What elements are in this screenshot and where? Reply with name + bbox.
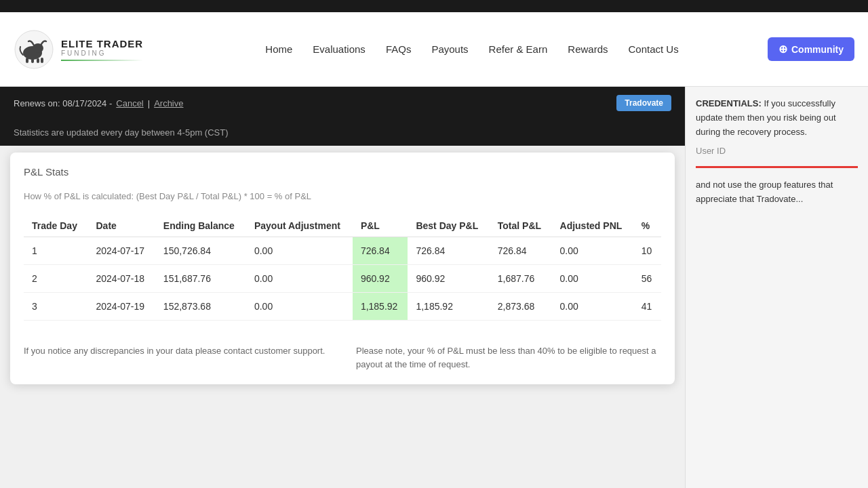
svg-rect-3 — [26, 58, 28, 63]
credentials-label: CREDENTIALS: — [696, 98, 762, 108]
nav-links: Home Evaluations FAQs Payouts Refer & Ea… — [176, 43, 768, 55]
pnl-modal: P&L Stats How % of P&L is calculated: (B… — [10, 152, 675, 384]
renews-separator: | — [148, 98, 150, 108]
cancel-link[interactable]: Cancel — [116, 98, 143, 108]
renews-bar: Renews on: 08/17/2024 - Cancel | Archive… — [0, 87, 685, 119]
table-cell: 151,687.76 — [155, 265, 246, 293]
stats-notice-text: Statistics are updated every day between… — [14, 127, 228, 138]
table-cell: 726.84 — [408, 237, 489, 265]
table-cell: 0.00 — [552, 293, 633, 321]
community-button[interactable]: ⊕ Community — [768, 37, 854, 61]
right-divider — [696, 166, 858, 168]
logo-icon — [14, 29, 54, 70]
table-cell: 2,873.68 — [490, 293, 552, 321]
logo-text-block: ELITE TRADER FUNDING — [61, 38, 143, 61]
nav-contact[interactable]: Contact Us — [629, 43, 679, 55]
tradovate-button[interactable]: Tradovate — [616, 95, 671, 111]
table-cell: 41 — [633, 293, 661, 321]
nav-payouts[interactable]: Payouts — [431, 43, 468, 55]
table-cell: 56 — [633, 265, 661, 293]
table-row: 22024-07-18151,687.760.00960.92960.921,6… — [24, 265, 661, 293]
pnl-footer-left: If you notice any discrepancies in your … — [24, 344, 329, 371]
svg-rect-5 — [37, 58, 39, 63]
main-content: Renews on: 08/17/2024 - Cancel | Archive… — [0, 87, 868, 488]
discord-icon: ⊕ — [778, 43, 787, 56]
table-cell: 2 — [24, 265, 87, 293]
pnl-formula: How % of P&L is calculated: (Best Day P&… — [24, 191, 661, 201]
pnl-cell-highlight: 726.84 — [353, 237, 408, 265]
nav-right: ⊕ Community — [768, 37, 854, 61]
table-cell: 960.92 — [408, 265, 489, 293]
table-cell: 2024-07-17 — [87, 237, 155, 265]
logo-divider — [61, 60, 143, 61]
table-cell: 3 — [24, 293, 87, 321]
stats-notice: Statistics are updated every day between… — [0, 119, 685, 146]
logo-subtitle: FUNDING — [61, 49, 143, 57]
table-cell: 0.00 — [552, 237, 633, 265]
col-adjusted-pnl: Adjusted PNL — [552, 215, 633, 237]
table-header-row: Trade Day Date Ending Balance Payout Adj… — [24, 215, 661, 237]
nav-evaluations[interactable]: Evaluations — [313, 43, 366, 55]
col-date: Date — [87, 215, 155, 237]
col-ending-balance: Ending Balance — [155, 215, 246, 237]
table-row: 32024-07-19152,873.680.001,185.921,185.9… — [24, 293, 661, 321]
col-payout-adjustment: Payout Adjustment — [246, 215, 353, 237]
pnl-footer-right: Please note, your % of P&L must be less … — [356, 344, 661, 371]
table-cell: 1 — [24, 237, 87, 265]
pnl-cell-highlight: 1,185.92 — [353, 293, 408, 321]
svg-rect-6 — [41, 58, 43, 63]
nav-rewards[interactable]: Rewards — [568, 43, 608, 55]
renews-left: Renews on: 08/17/2024 - Cancel | Archive — [14, 98, 184, 108]
community-label: Community — [791, 44, 844, 55]
table-cell: 2024-07-18 — [87, 265, 155, 293]
table-cell: 1,185.92 — [408, 293, 489, 321]
table-cell: 152,873.68 — [155, 293, 246, 321]
renews-text: Renews on: 08/17/2024 - — [14, 98, 112, 108]
col-pnl: P&L — [353, 215, 408, 237]
col-percent: % — [633, 215, 661, 237]
table-cell: 1,687.76 — [490, 265, 552, 293]
table-cell: 10 — [633, 237, 661, 265]
navbar: ELITE TRADER FUNDING Home Evaluations FA… — [0, 12, 868, 87]
archive-link[interactable]: Archive — [154, 98, 183, 108]
table-cell: 150,726.84 — [155, 237, 246, 265]
top-bar — [0, 0, 868, 12]
svg-rect-4 — [31, 58, 34, 63]
table-row: 12024-07-17150,726.840.00726.84726.84726… — [24, 237, 661, 265]
col-total-pnl: Total P&L — [490, 215, 552, 237]
pnl-cell-highlight: 960.92 — [353, 265, 408, 293]
right-panel: CREDENTIALS: If you successfully update … — [685, 87, 868, 488]
nav-refer[interactable]: Refer & Earn — [489, 43, 548, 55]
logo-title: ELITE TRADER — [61, 38, 143, 49]
user-id-label: User ID — [696, 146, 858, 156]
table-cell: 0.00 — [246, 265, 353, 293]
pnl-table: Trade Day Date Ending Balance Payout Adj… — [24, 215, 661, 321]
nav-faqs[interactable]: FAQs — [386, 43, 412, 55]
nav-home[interactable]: Home — [265, 43, 292, 55]
logo-area: ELITE TRADER FUNDING — [14, 29, 176, 70]
table-cell: 0.00 — [246, 293, 353, 321]
credentials-text: CREDENTIALS: If you successfully update … — [696, 97, 858, 139]
table-cell: 0.00 — [246, 237, 353, 265]
table-cell: 2024-07-19 — [87, 293, 155, 321]
pnl-title: P&L Stats — [24, 166, 661, 178]
right-bottom-text: and not use the group features that appr… — [696, 178, 858, 207]
col-trade-day: Trade Day — [24, 215, 87, 237]
table-cell: 726.84 — [490, 237, 552, 265]
pnl-footer: If you notice any discrepancies in your … — [24, 338, 661, 371]
table-cell: 0.00 — [552, 265, 633, 293]
col-best-day-pnl: Best Day P&L — [408, 215, 489, 237]
left-panel: Renews on: 08/17/2024 - Cancel | Archive… — [0, 87, 685, 488]
